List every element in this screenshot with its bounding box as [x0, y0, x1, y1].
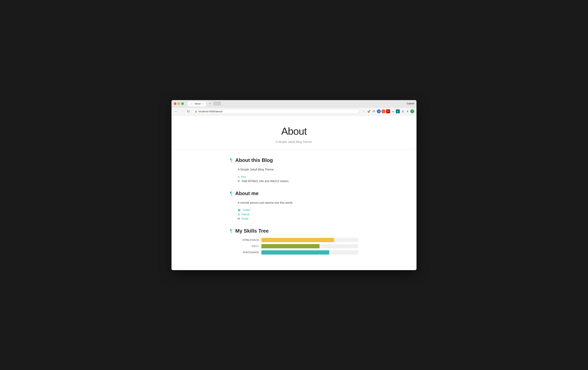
about-me-title: About me [235, 190, 259, 196]
about-blog-section: ¶ About this Blog A Simple Jekyll Blog T… [230, 157, 358, 183]
lock-icon: 🔒 [194, 110, 197, 113]
about-me-body: A normal person just wanna see this worl… [230, 200, 358, 220]
skill-photoshop-label: PHOTOSHOP [238, 251, 259, 254]
github-link[interactable]: Github [242, 213, 250, 216]
back-button[interactable]: ← [174, 109, 178, 114]
close-button[interactable] [174, 103, 176, 105]
chart-icon: ✉ [238, 180, 240, 183]
skill-c-bar-container [261, 244, 358, 248]
user-profile-name: Gabriel [407, 102, 414, 105]
skill-photoshop: PHOTOSHOP [238, 250, 358, 255]
extension-badge-icon[interactable]: 3 [377, 109, 381, 113]
browser-window: 📄 About × + Gabriel ← → ↻ 🔒 localhost:40… [171, 100, 417, 270]
about-me-links: 🐦 Twitter ⊙ Github ✉ Email [238, 208, 358, 220]
skill-photoshop-bar-container [261, 250, 358, 255]
skill-html-bar [261, 238, 334, 242]
maximize-button[interactable] [181, 103, 184, 105]
email-icon: ✉ [238, 217, 240, 220]
pilcrow-icon-blog: ¶ [230, 157, 232, 163]
minimize-button[interactable] [178, 103, 180, 105]
rocket-icon[interactable]: 🚀 [367, 109, 371, 113]
green-extension-icon[interactable]: ↑ [410, 109, 414, 113]
traffic-lights [174, 103, 184, 105]
main-content: ¶ About this Blog A Simple Jekyll Blog T… [226, 149, 362, 270]
twitter-icon: 🐦 [238, 208, 241, 212]
postman-icon[interactable]: P [386, 109, 390, 113]
infinity-icon[interactable]: ∞ [391, 109, 395, 113]
github-icon: ⊙ [238, 213, 240, 216]
email-link[interactable]: Email [242, 217, 248, 220]
help-icon[interactable]: f? [372, 109, 376, 113]
page-title: About [175, 125, 413, 137]
title-bar: 📄 About × + Gabriel [171, 100, 417, 107]
about-blog-desc: A Simple Jekyll Blog Theme. [238, 167, 358, 172]
site-header: About A Simple Jekyll Blog Theme. [171, 116, 417, 149]
about-blog-body: A Simple Jekyll Blog Theme. ∿ Rss ✉ Tota… [230, 167, 358, 183]
reload-button[interactable]: ↻ [186, 109, 190, 114]
rss-link[interactable]: Rss [241, 175, 246, 178]
about-blog-heading: ¶ About this Blog [230, 157, 358, 163]
address-bar: ← → ↻ 🔒 localhost:4000/about/ ☆ 🚀 f? 3 O… [171, 107, 417, 116]
rss-icon: ∿ [238, 175, 240, 178]
skill-c-label: C/C++ [238, 245, 259, 247]
stats-item: ✉ Total 5976821 Hits and 366213 Visitors [238, 180, 358, 183]
about-me-heading: ¶ About me [230, 190, 358, 196]
extension-icon-1[interactable]: ⊟ [400, 109, 405, 113]
email-item: ✉ Email [238, 217, 358, 220]
url-text: localhost:4000/about/ [199, 110, 357, 113]
skills-body: HTML/CSS/JS C/C++ PHOTOSHO [230, 238, 358, 255]
github-item: ⊙ Github [238, 213, 358, 216]
skills-heading: ¶ My Skills Tree [230, 228, 358, 234]
skill-html-label: HTML/CSS/JS [238, 238, 259, 241]
tab-title: About [194, 103, 200, 105]
pilcrow-icon-skills: ¶ [230, 228, 232, 234]
tab-close-button[interactable]: × [202, 103, 203, 105]
bookmark-icon[interactable]: ☆ [362, 109, 366, 113]
lastpass-icon[interactable]: L [396, 109, 400, 113]
forward-button[interactable]: → [180, 109, 185, 114]
tab-area: 📄 About × + [187, 101, 405, 106]
twitter-item: 🐦 Twitter [238, 208, 358, 212]
skill-photoshop-bar [261, 250, 329, 255]
twitter-link[interactable]: Twitter [242, 208, 251, 212]
skill-html-bar-container [261, 238, 358, 242]
skills-section: ¶ My Skills Tree HTML/CSS/JS C/C++ [230, 228, 358, 255]
page-content: About A Simple Jekyll Blog Theme. ¶ Abou… [171, 116, 417, 270]
skills-list: HTML/CSS/JS C/C++ PHOTOSHO [238, 238, 358, 255]
pilcrow-icon-me: ¶ [230, 190, 232, 196]
s-extension-icon[interactable]: S [406, 109, 410, 113]
skill-c-bar [261, 244, 319, 248]
skills-title: My Skills Tree [235, 228, 269, 234]
tab-page-icon: 📄 [190, 103, 193, 105]
tab-placeholder [213, 102, 221, 105]
about-blog-links: ∿ Rss ✉ Total 5976821 Hits and 366213 Vi… [238, 175, 358, 183]
new-tab-button[interactable]: + [207, 102, 212, 105]
skill-c: C/C++ [238, 244, 358, 248]
about-me-section: ¶ About me A normal person just wanna se… [230, 190, 358, 220]
active-tab[interactable]: 📄 About × [187, 101, 206, 106]
stats-text: Total 5976821 Hits and 366213 Visitors [241, 180, 289, 183]
skill-html: HTML/CSS/JS [238, 238, 358, 242]
about-me-desc: A normal person just wanna see this worl… [238, 200, 358, 205]
address-input[interactable]: 🔒 localhost:4000/about/ [192, 109, 359, 114]
rss-item: ∿ Rss [238, 175, 358, 178]
about-blog-title: About this Blog [235, 157, 273, 163]
toolbar-icons: ☆ 🚀 f? 3 O P ∞ L ⊟ S ↑ [362, 109, 414, 113]
opera-icon[interactable]: O [381, 109, 385, 113]
site-subtitle: A Simple Jekyll Blog Theme. [175, 140, 413, 144]
